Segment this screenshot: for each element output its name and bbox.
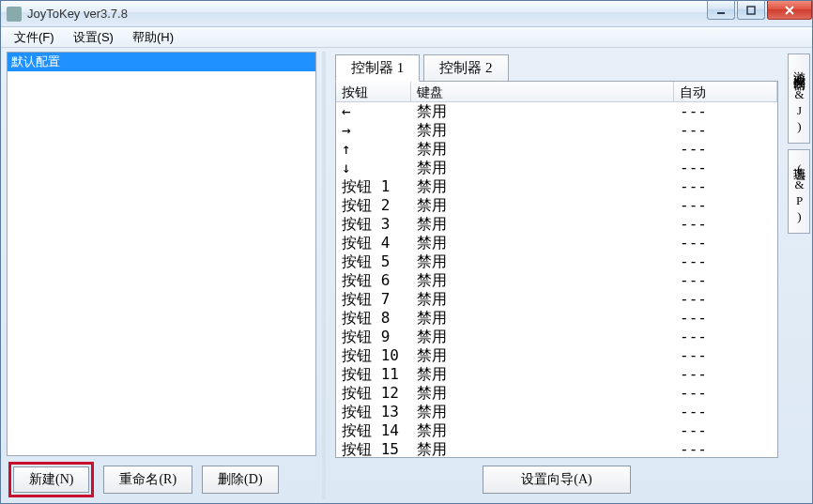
cell-button: 按钮 9 xyxy=(336,328,411,346)
cell-button: 按钮 5 xyxy=(336,252,411,271)
tab-controller-1[interactable]: 控制器 1 xyxy=(335,54,420,82)
cell-keyboard: 禁用 xyxy=(411,365,674,384)
table-row[interactable]: 按钮 11禁用--- xyxy=(336,365,777,384)
cell-keyboard: 禁用 xyxy=(411,234,674,252)
titlebar: JoyToKey ver3.7.8 xyxy=(1,1,812,27)
cell-auto: --- xyxy=(674,177,777,196)
delete-button-label: 删除(D) xyxy=(218,471,262,488)
new-button-label: 新建(N) xyxy=(29,471,73,488)
cell-auto: --- xyxy=(674,346,777,365)
mapping-listview[interactable]: 按钮 键盘 自动 ←禁用---→禁用---↑禁用---↓禁用---按钮 1禁用-… xyxy=(336,82,777,457)
listview-header: 按钮 键盘 自动 xyxy=(336,82,777,102)
cell-button: 按钮 3 xyxy=(336,215,411,234)
menu-help[interactable]: 帮助(H) xyxy=(123,27,183,48)
table-row[interactable]: 按钮 9禁用--- xyxy=(336,328,777,346)
close-button[interactable] xyxy=(767,1,812,20)
cell-button: 按钮 13 xyxy=(336,403,411,421)
cell-auto: --- xyxy=(674,215,777,234)
close-icon xyxy=(784,6,795,15)
cell-button: ↓ xyxy=(336,159,411,177)
table-row[interactable]: 按钮 14禁用--- xyxy=(336,421,777,440)
cell-keyboard: 禁用 xyxy=(411,440,674,457)
table-row[interactable]: 按钮 15禁用--- xyxy=(336,440,777,457)
cell-keyboard: 禁用 xyxy=(411,384,674,403)
minimize-icon xyxy=(716,6,726,15)
table-row[interactable]: ←禁用--- xyxy=(336,102,777,121)
cell-keyboard: 禁用 xyxy=(411,328,674,346)
cell-auto: --- xyxy=(674,121,777,140)
menu-settings[interactable]: 设置(S) xyxy=(64,27,123,48)
cell-button: 按钮 14 xyxy=(336,421,411,440)
cell-keyboard: 禁用 xyxy=(411,252,674,271)
cell-auto: --- xyxy=(674,365,777,384)
table-row[interactable]: 按钮 12禁用--- xyxy=(336,384,777,403)
menubar: 文件(F) 设置(S) 帮助(H) xyxy=(1,27,812,48)
vertical-splitter[interactable] xyxy=(322,52,326,499)
cell-auto: --- xyxy=(674,234,777,252)
table-row[interactable]: 按钮 3禁用--- xyxy=(336,215,777,234)
cell-auto: --- xyxy=(674,252,777,271)
listview-wrap: 按钮 键盘 自动 ←禁用---→禁用---↑禁用---↓禁用---按钮 1禁用-… xyxy=(336,82,777,457)
highlight-box: 新建(N) xyxy=(8,462,94,497)
table-row[interactable]: 按钮 5禁用--- xyxy=(336,252,777,271)
cell-keyboard: 禁用 xyxy=(411,271,674,290)
cell-auto: --- xyxy=(674,140,777,159)
client-area: 默认配置 新建(N) 重命名(R) 删除(D) 控制器 1 控制器 2 xyxy=(1,48,812,503)
tab-strip: 控制器 1 控制器 2 xyxy=(331,52,782,81)
tab-controller-2[interactable]: 控制器 2 xyxy=(423,54,508,82)
settings-wizard-button[interactable]: 设置向导(A) xyxy=(483,466,630,494)
cell-button: 按钮 4 xyxy=(336,234,411,252)
cell-keyboard: 禁用 xyxy=(411,102,674,121)
table-row[interactable]: 按钮 6禁用--- xyxy=(336,271,777,290)
cell-auto: --- xyxy=(674,328,777,346)
table-row[interactable]: →禁用--- xyxy=(336,121,777,140)
table-row[interactable]: 按钮 4禁用--- xyxy=(336,234,777,252)
rename-button[interactable]: 重命名(R) xyxy=(103,466,192,494)
table-row[interactable]: 按钮 1禁用--- xyxy=(336,177,777,196)
column-header-auto[interactable]: 自动 xyxy=(674,82,777,101)
svg-rect-1 xyxy=(747,7,755,14)
cell-auto: --- xyxy=(674,403,777,421)
side-tab-options[interactable]: 选项(&P) xyxy=(788,149,810,234)
profile-item-default[interactable]: 默认配置 xyxy=(8,53,315,71)
cell-button: 按钮 11 xyxy=(336,365,411,384)
cell-keyboard: 禁用 xyxy=(411,290,674,309)
settings-wizard-label: 设置向导(A) xyxy=(521,471,591,488)
profile-list[interactable]: 默认配置 xyxy=(7,52,316,456)
cell-button: 按钮 7 xyxy=(336,290,411,309)
cell-button: ← xyxy=(336,102,411,121)
cell-keyboard: 禁用 xyxy=(411,177,674,196)
table-row[interactable]: ↑禁用--- xyxy=(336,140,777,159)
table-row[interactable]: ↓禁用--- xyxy=(336,159,777,177)
new-button[interactable]: 新建(N) xyxy=(13,466,89,493)
minimize-button[interactable] xyxy=(707,1,735,20)
side-tab-joystick[interactable]: 游戏控制器(&J) xyxy=(788,53,810,144)
maximize-button[interactable] xyxy=(737,1,765,20)
cell-auto: --- xyxy=(674,309,777,328)
cell-button: 按钮 8 xyxy=(336,309,411,328)
window-title: JoyToKey ver3.7.8 xyxy=(27,7,128,21)
cell-button: 按钮 2 xyxy=(336,196,411,215)
cell-keyboard: 禁用 xyxy=(411,309,674,328)
column-header-button[interactable]: 按钮 xyxy=(336,82,411,101)
cell-auto: --- xyxy=(674,196,777,215)
table-row[interactable]: 按钮 13禁用--- xyxy=(336,403,777,421)
cell-auto: --- xyxy=(674,440,777,457)
table-row[interactable]: 按钮 10禁用--- xyxy=(336,346,777,365)
menu-file[interactable]: 文件(F) xyxy=(5,27,64,48)
delete-button[interactable]: 删除(D) xyxy=(202,466,278,494)
cell-keyboard: 禁用 xyxy=(411,121,674,140)
table-row[interactable]: 按钮 8禁用--- xyxy=(336,309,777,328)
left-button-row: 新建(N) 重命名(R) 删除(D) xyxy=(7,456,316,499)
table-row[interactable]: 按钮 7禁用--- xyxy=(336,290,777,309)
cell-keyboard: 禁用 xyxy=(411,346,674,365)
column-header-keyboard[interactable]: 键盘 xyxy=(411,82,674,101)
table-row[interactable]: 按钮 2禁用--- xyxy=(336,196,777,215)
side-tabs: 游戏控制器(&J) 选项(&P) xyxy=(788,52,810,499)
cell-auto: --- xyxy=(674,290,777,309)
right-panel: 控制器 1 控制器 2 按钮 键盘 自动 ←禁用---→禁用---↑禁用---↓… xyxy=(331,52,782,499)
cell-button: ↑ xyxy=(336,140,411,159)
cell-auto: --- xyxy=(674,384,777,403)
cell-button: 按钮 1 xyxy=(336,177,411,196)
maximize-icon xyxy=(746,6,756,15)
